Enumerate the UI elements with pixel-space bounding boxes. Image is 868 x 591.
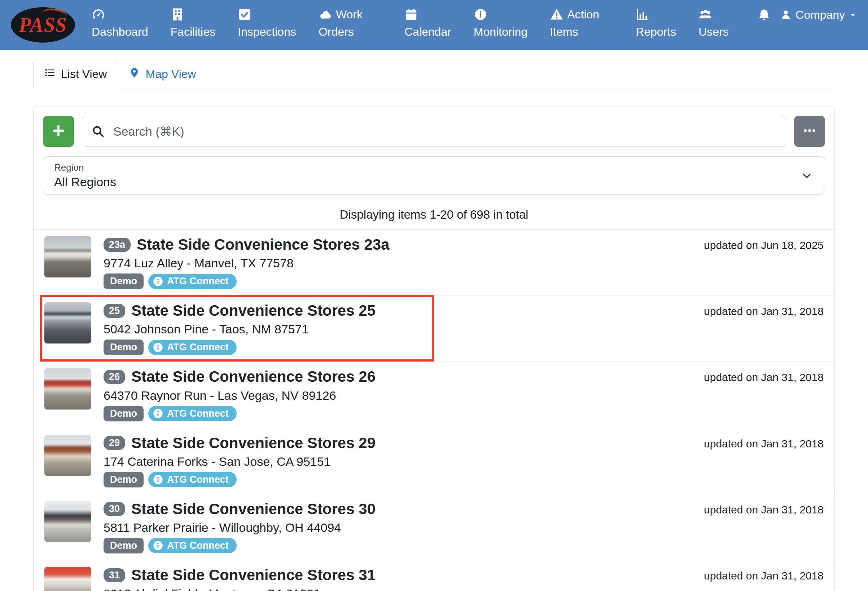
demo-badge: Demo xyxy=(103,340,143,355)
facility-updated: updated on Jan 31, 2018 xyxy=(704,368,824,421)
facility-row[interactable]: 29 State Side Convenience Stores 29 174 … xyxy=(34,428,834,494)
atg-connect-badge: ATG Connect xyxy=(148,274,237,289)
nav-label: Users xyxy=(698,25,729,38)
facility-photo xyxy=(44,501,91,542)
results-summary: Displaying items 1-20 of 698 in total xyxy=(34,201,834,229)
facility-info: 31 State Side Convenience Stores 31 8912… xyxy=(103,567,376,591)
facility-info: 26 State Side Convenience Stores 26 6437… xyxy=(103,368,376,421)
search-input[interactable] xyxy=(112,124,776,139)
facility-photo xyxy=(44,567,91,591)
map-pin-icon xyxy=(129,67,140,81)
nav-label: Calendar xyxy=(404,25,451,38)
work-orders-icon xyxy=(319,6,332,23)
facility-name: State Side Convenience Stores 29 xyxy=(131,435,376,451)
facility-updated: updated on Jan 31, 2018 xyxy=(704,302,824,355)
nav-item-facilities[interactable]: Facilities xyxy=(171,6,216,40)
facility-info: 25 State Side Convenience Stores 25 5042… xyxy=(103,302,376,355)
pass-logo-text: PASS xyxy=(19,13,67,37)
atg-connect-label: ATG Connect xyxy=(167,276,229,286)
company-label: Company xyxy=(796,8,845,22)
facility-number-badge: 23a xyxy=(103,238,131,252)
facility-row[interactable]: 26 State Side Convenience Stores 26 6437… xyxy=(34,362,834,427)
nav-item-reports[interactable]: Reports xyxy=(636,6,676,40)
region-select[interactable]: Region All Regions xyxy=(43,156,825,195)
more-options-button[interactable] xyxy=(794,116,825,147)
top-navbar: PASS Dashboard Facilities Inspections Wo… xyxy=(0,0,868,50)
facility-photo xyxy=(44,435,91,476)
notifications-bell-icon[interactable] xyxy=(757,8,771,22)
view-tabs: List View Map View xyxy=(33,60,835,89)
nav-label: Facilities xyxy=(171,25,216,38)
nav-item-action-items[interactable]: Action Items xyxy=(550,6,613,40)
facility-name: State Side Convenience Stores 31 xyxy=(131,567,376,584)
add-facility-button[interactable] xyxy=(43,116,74,147)
pass-logo[interactable]: PASS xyxy=(11,7,75,43)
facility-updated: updated on Jan 31, 2018 xyxy=(704,567,824,591)
atg-connect-badge: ATG Connect xyxy=(148,406,237,421)
tab-map-view[interactable]: Map View xyxy=(118,60,207,88)
building-icon xyxy=(171,6,185,23)
tab-list-view[interactable]: List View xyxy=(33,60,118,89)
atg-connect-label: ATG Connect xyxy=(167,475,229,485)
dashboard-icon xyxy=(92,6,105,23)
warning-triangle-icon xyxy=(550,6,564,23)
facility-address: 5042 Johnson Pine - Taos, NM 87571 xyxy=(103,322,376,336)
facility-list: 23a State Side Convenience Stores 23a 97… xyxy=(34,229,834,591)
nav-label: Monitoring xyxy=(474,25,527,38)
facility-info: 29 State Side Convenience Stores 29 174 … xyxy=(103,435,376,488)
facility-name: State Side Convenience Stores 30 xyxy=(131,501,376,517)
facility-photo xyxy=(44,236,91,278)
tab-label: Map View xyxy=(145,68,196,81)
nav-item-calendar[interactable]: Calendar xyxy=(404,6,451,40)
nav-item-monitoring[interactable]: Monitoring xyxy=(474,6,527,40)
facility-updated: updated on Jun 18, 2025 xyxy=(704,236,824,289)
search-box xyxy=(82,116,786,147)
atg-connect-label: ATG Connect xyxy=(167,409,229,418)
facility-number-badge: 30 xyxy=(103,502,125,516)
facilities-card: Region All Regions Displaying items 1-20… xyxy=(33,106,835,591)
facility-number-badge: 26 xyxy=(103,370,125,384)
facility-address: 64370 Raynor Run - Las Vegas, NV 89126 xyxy=(103,389,376,403)
nav-item-inspections[interactable]: Inspections xyxy=(238,6,296,40)
region-select-label: Region xyxy=(54,162,814,173)
nav-item-dashboard[interactable]: Dashboard xyxy=(92,6,148,40)
nav-label: Dashboard xyxy=(92,25,148,38)
facility-info: 23a State Side Convenience Stores 23a 97… xyxy=(103,236,389,289)
facility-row[interactable]: 25 State Side Convenience Stores 25 5042… xyxy=(34,296,834,362)
facility-address: 5811 Parker Prairie - Willoughby, OH 440… xyxy=(103,521,376,535)
facility-photo xyxy=(44,368,91,409)
demo-badge: Demo xyxy=(103,538,143,554)
nav-item-work-orders[interactable]: Work Orders xyxy=(319,6,382,40)
company-menu[interactable]: Company xyxy=(779,8,857,22)
atg-connect-badge: ATG Connect xyxy=(148,340,237,355)
nav-item-users[interactable]: Users xyxy=(698,6,729,40)
toolbar xyxy=(34,106,834,156)
info-circle-icon xyxy=(474,6,487,23)
calendar-icon xyxy=(404,6,418,23)
facility-updated: updated on Jan 31, 2018 xyxy=(704,435,824,488)
region-select-value: All Regions xyxy=(54,175,814,189)
facility-name: State Side Convenience Stores 23a xyxy=(137,236,389,253)
people-icon xyxy=(698,6,712,23)
tab-label: List View xyxy=(61,68,107,81)
facility-row[interactable]: 30 State Side Convenience Stores 30 5811… xyxy=(34,494,834,560)
nav-items: Dashboard Facilities Inspections Work Or… xyxy=(92,0,729,40)
demo-badge: Demo xyxy=(103,273,143,289)
ellipsis-icon xyxy=(802,123,817,140)
facility-address: 174 Caterina Forks - San Jose, CA 95151 xyxy=(103,455,376,469)
search-icon xyxy=(92,125,105,138)
atg-connect-badge: ATG Connect xyxy=(148,538,237,553)
facility-number-badge: 31 xyxy=(103,568,125,582)
atg-connect-label: ATG Connect xyxy=(167,541,229,551)
caret-down-icon xyxy=(849,10,857,19)
facility-row[interactable]: 31 State Side Convenience Stores 31 8912… xyxy=(34,560,834,591)
nav-label: Reports xyxy=(636,25,676,38)
facility-row[interactable]: 23a State Side Convenience Stores 23a 97… xyxy=(34,229,834,296)
atg-connect-label: ATG Connect xyxy=(167,343,229,352)
plus-icon xyxy=(50,122,67,140)
facility-name: State Side Convenience Stores 26 xyxy=(131,368,376,385)
nav-label: Inspections xyxy=(238,25,296,38)
facility-address: 9774 Luz Alley - Manvel, TX 77578 xyxy=(103,256,389,270)
facility-address: 8912 Abdiel Field - Montrose, CA 91021 xyxy=(103,587,376,591)
chevron-down-icon xyxy=(801,170,812,182)
